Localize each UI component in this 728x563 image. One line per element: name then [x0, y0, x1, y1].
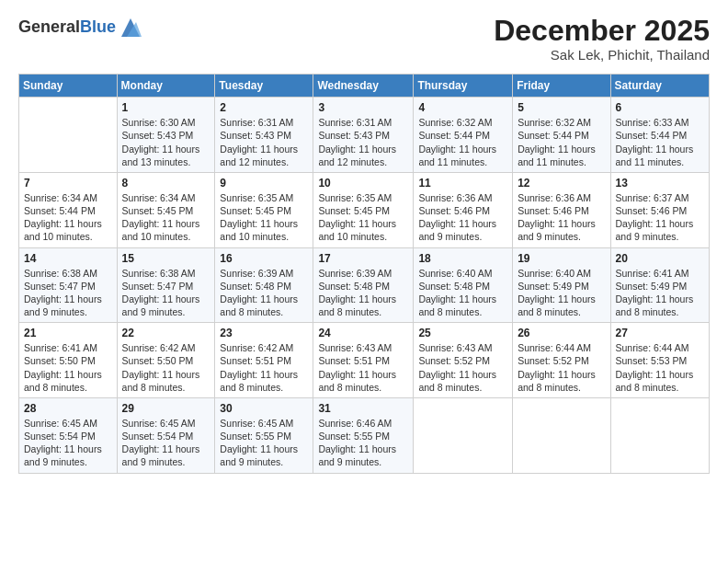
day-info: Sunrise: 6:45 AMSunset: 5:54 PMDaylight:… [122, 417, 211, 469]
calendar-cell [610, 397, 709, 473]
day-number: 27 [616, 327, 705, 339]
day-of-week-header: Tuesday [215, 75, 313, 98]
calendar-cell [513, 397, 610, 473]
day-number: 30 [220, 402, 309, 415]
calendar-cell: 3Sunrise: 6:31 AMSunset: 5:43 PMDaylight… [313, 98, 414, 173]
day-number: 18 [418, 252, 508, 265]
day-info: Sunrise: 6:39 AMSunset: 5:48 PMDaylight:… [318, 267, 409, 319]
day-number: 11 [418, 177, 508, 190]
calendar-cell: 19Sunrise: 6:40 AMSunset: 5:49 PMDayligh… [513, 247, 610, 323]
day-info: Sunrise: 6:41 AMSunset: 5:49 PMDaylight:… [616, 267, 705, 319]
calendar-cell: 12Sunrise: 6:36 AMSunset: 5:46 PMDayligh… [513, 172, 610, 247]
logo: GeneralBlue [18, 15, 143, 40]
day-info: Sunrise: 6:45 AMSunset: 5:54 PMDaylight:… [24, 417, 113, 469]
calendar-cell: 23Sunrise: 6:42 AMSunset: 5:51 PMDayligh… [215, 323, 313, 398]
day-info: Sunrise: 6:36 AMSunset: 5:46 PMDaylight:… [418, 191, 508, 244]
day-number: 6 [616, 101, 705, 114]
day-info: Sunrise: 6:39 AMSunset: 5:48 PMDaylight:… [220, 267, 309, 319]
day-info: Sunrise: 6:30 AMSunset: 5:43 PMDaylight:… [122, 116, 211, 168]
calendar-week-row: 1Sunrise: 6:30 AMSunset: 5:43 PMDaylight… [19, 98, 710, 173]
day-number: 5 [518, 101, 606, 114]
day-number: 23 [220, 327, 309, 339]
day-number: 9 [220, 177, 309, 190]
calendar-cell: 25Sunrise: 6:43 AMSunset: 5:52 PMDayligh… [414, 323, 513, 398]
calendar-cell: 5Sunrise: 6:32 AMSunset: 5:44 PMDaylight… [513, 98, 610, 173]
day-info: Sunrise: 6:37 AMSunset: 5:46 PMDaylight:… [616, 191, 705, 244]
day-number: 2 [220, 101, 309, 114]
day-info: Sunrise: 6:34 AMSunset: 5:45 PMDaylight:… [122, 191, 211, 244]
day-number: 21 [24, 327, 113, 339]
calendar-cell: 6Sunrise: 6:33 AMSunset: 5:44 PMDaylight… [610, 98, 709, 173]
day-info: Sunrise: 6:38 AMSunset: 5:47 PMDaylight:… [122, 267, 211, 319]
logo-icon [118, 15, 143, 40]
day-number: 31 [318, 402, 409, 415]
day-number: 10 [318, 177, 409, 190]
day-of-week-header: Sunday [19, 75, 118, 98]
calendar-cell [19, 98, 118, 173]
calendar-cell: 24Sunrise: 6:43 AMSunset: 5:51 PMDayligh… [313, 323, 414, 398]
logo-general: GeneralBlue [18, 17, 116, 38]
day-info: Sunrise: 6:35 AMSunset: 5:45 PMDaylight:… [220, 191, 309, 244]
day-info: Sunrise: 6:32 AMSunset: 5:44 PMDaylight:… [518, 116, 606, 168]
day-info: Sunrise: 6:31 AMSunset: 5:43 PMDaylight:… [220, 116, 309, 168]
location: Sak Lek, Phichit, Thailand [494, 47, 710, 63]
day-number: 20 [616, 252, 705, 265]
calendar-cell [414, 397, 513, 473]
day-of-week-header: Friday [513, 75, 610, 98]
day-number: 26 [518, 327, 606, 339]
day-info: Sunrise: 6:41 AMSunset: 5:50 PMDaylight:… [24, 341, 113, 394]
month-title: December 2025 [494, 15, 710, 47]
day-info: Sunrise: 6:43 AMSunset: 5:51 PMDaylight:… [318, 341, 409, 394]
calendar-cell: 30Sunrise: 6:45 AMSunset: 5:55 PMDayligh… [215, 397, 313, 473]
day-info: Sunrise: 6:34 AMSunset: 5:44 PMDaylight:… [24, 191, 113, 244]
day-of-week-header: Saturday [610, 75, 709, 98]
day-number: 29 [122, 402, 211, 415]
day-info: Sunrise: 6:46 AMSunset: 5:55 PMDaylight:… [318, 417, 409, 469]
day-number: 16 [220, 252, 309, 265]
calendar-cell: 31Sunrise: 6:46 AMSunset: 5:55 PMDayligh… [313, 397, 414, 473]
calendar-week-row: 28Sunrise: 6:45 AMSunset: 5:54 PMDayligh… [19, 397, 710, 473]
day-info: Sunrise: 6:33 AMSunset: 5:44 PMDaylight:… [616, 116, 705, 168]
calendar-cell: 29Sunrise: 6:45 AMSunset: 5:54 PMDayligh… [117, 397, 215, 473]
calendar-week-row: 7Sunrise: 6:34 AMSunset: 5:44 PMDaylight… [19, 172, 710, 247]
page: GeneralBlue December 2025 Sak Lek, Phich… [0, 0, 728, 563]
day-info: Sunrise: 6:42 AMSunset: 5:51 PMDaylight:… [220, 341, 309, 394]
day-info: Sunrise: 6:40 AMSunset: 5:49 PMDaylight:… [518, 267, 606, 319]
calendar-cell: 8Sunrise: 6:34 AMSunset: 5:45 PMDaylight… [117, 172, 215, 247]
calendar-cell: 9Sunrise: 6:35 AMSunset: 5:45 PMDaylight… [215, 172, 313, 247]
calendar-cell: 7Sunrise: 6:34 AMSunset: 5:44 PMDaylight… [19, 172, 118, 247]
day-info: Sunrise: 6:32 AMSunset: 5:44 PMDaylight:… [418, 116, 508, 168]
calendar-cell: 1Sunrise: 6:30 AMSunset: 5:43 PMDaylight… [117, 98, 215, 173]
day-of-week-header: Wednesday [313, 75, 414, 98]
day-of-week-header: Monday [117, 75, 215, 98]
calendar-cell: 15Sunrise: 6:38 AMSunset: 5:47 PMDayligh… [117, 247, 215, 323]
day-of-week-header: Thursday [414, 75, 513, 98]
title-block: December 2025 Sak Lek, Phichit, Thailand [494, 15, 710, 63]
calendar-cell: 2Sunrise: 6:31 AMSunset: 5:43 PMDaylight… [215, 98, 313, 173]
calendar-cell: 13Sunrise: 6:37 AMSunset: 5:46 PMDayligh… [610, 172, 709, 247]
calendar-cell: 26Sunrise: 6:44 AMSunset: 5:52 PMDayligh… [513, 323, 610, 398]
calendar-cell: 4Sunrise: 6:32 AMSunset: 5:44 PMDaylight… [414, 98, 513, 173]
calendar-cell: 28Sunrise: 6:45 AMSunset: 5:54 PMDayligh… [19, 397, 118, 473]
calendar-cell: 27Sunrise: 6:44 AMSunset: 5:53 PMDayligh… [610, 323, 709, 398]
header: GeneralBlue December 2025 Sak Lek, Phich… [18, 15, 710, 63]
day-number: 8 [122, 177, 211, 190]
calendar-week-row: 21Sunrise: 6:41 AMSunset: 5:50 PMDayligh… [19, 323, 710, 398]
calendar-cell: 10Sunrise: 6:35 AMSunset: 5:45 PMDayligh… [313, 172, 414, 247]
day-number: 25 [418, 327, 508, 339]
day-number: 15 [122, 252, 211, 265]
day-number: 19 [518, 252, 606, 265]
calendar-cell: 20Sunrise: 6:41 AMSunset: 5:49 PMDayligh… [610, 247, 709, 323]
day-info: Sunrise: 6:43 AMSunset: 5:52 PMDaylight:… [418, 341, 508, 394]
day-number: 3 [318, 101, 409, 114]
day-number: 4 [418, 101, 508, 114]
day-info: Sunrise: 6:40 AMSunset: 5:48 PMDaylight:… [418, 267, 508, 319]
calendar-week-row: 14Sunrise: 6:38 AMSunset: 5:47 PMDayligh… [19, 247, 710, 323]
calendar-table: SundayMondayTuesdayWednesdayThursdayFrid… [18, 74, 710, 473]
day-number: 1 [122, 101, 211, 114]
day-info: Sunrise: 6:42 AMSunset: 5:50 PMDaylight:… [122, 341, 211, 394]
day-info: Sunrise: 6:45 AMSunset: 5:55 PMDaylight:… [220, 417, 309, 469]
calendar-header-row: SundayMondayTuesdayWednesdayThursdayFrid… [19, 75, 710, 98]
day-number: 17 [318, 252, 409, 265]
day-number: 14 [24, 252, 113, 265]
